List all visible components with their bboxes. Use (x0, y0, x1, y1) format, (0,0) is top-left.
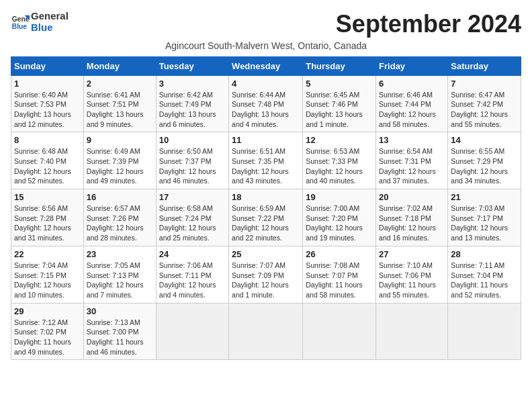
column-header-tuesday: Tuesday (156, 56, 228, 75)
column-header-wednesday: Wednesday (229, 56, 303, 75)
day-number: 22 (14, 249, 81, 259)
day-info: Sunrise: 6:55 AM Sunset: 7:29 PM Dayligh… (451, 146, 518, 186)
day-info: Sunrise: 6:59 AM Sunset: 7:22 PM Dayligh… (232, 203, 300, 243)
day-number: 27 (379, 249, 445, 259)
day-number: 2 (87, 79, 153, 89)
day-number: 19 (306, 192, 373, 202)
calendar-cell: 15 Sunrise: 6:56 AM Sunset: 7:28 PM Dayl… (11, 189, 84, 246)
day-info: Sunrise: 6:48 AM Sunset: 7:40 PM Dayligh… (14, 146, 81, 186)
calendar-cell: 2 Sunrise: 6:41 AM Sunset: 7:51 PM Dayli… (83, 75, 156, 132)
calendar-cell: 22 Sunrise: 7:04 AM Sunset: 7:15 PM Dayl… (11, 246, 84, 303)
calendar-cell: 17 Sunrise: 6:58 AM Sunset: 7:24 PM Dayl… (156, 189, 228, 246)
day-number: 9 (87, 135, 153, 145)
day-number: 26 (306, 249, 373, 259)
day-info: Sunrise: 6:50 AM Sunset: 7:37 PM Dayligh… (159, 146, 226, 186)
column-header-friday: Friday (376, 56, 448, 75)
day-info: Sunrise: 6:54 AM Sunset: 7:31 PM Dayligh… (379, 146, 445, 186)
logo: General Blue General Blue (11, 11, 69, 33)
day-number: 23 (87, 249, 153, 259)
logo-icon: General Blue (11, 13, 30, 32)
day-number: 13 (379, 135, 445, 145)
day-number: 24 (159, 249, 226, 259)
calendar-cell: 18 Sunrise: 6:59 AM Sunset: 7:22 PM Dayl… (229, 189, 303, 246)
day-info: Sunrise: 7:07 AM Sunset: 7:09 PM Dayligh… (232, 261, 300, 300)
day-info: Sunrise: 6:58 AM Sunset: 7:24 PM Dayligh… (159, 203, 226, 243)
calendar-cell: 25 Sunrise: 7:07 AM Sunset: 7:09 PM Dayl… (229, 246, 303, 303)
day-number: 21 (451, 192, 518, 202)
day-info: Sunrise: 6:51 AM Sunset: 7:35 PM Dayligh… (232, 146, 300, 186)
logo-text-blue: Blue (31, 22, 69, 34)
column-header-thursday: Thursday (303, 56, 376, 75)
calendar-cell: 21 Sunrise: 7:03 AM Sunset: 7:17 PM Dayl… (448, 189, 521, 246)
day-number: 11 (232, 135, 300, 145)
day-number: 17 (159, 192, 226, 202)
calendar-cell: 6 Sunrise: 6:46 AM Sunset: 7:44 PM Dayli… (376, 75, 448, 132)
calendar-cell: 24 Sunrise: 7:06 AM Sunset: 7:11 PM Dayl… (156, 246, 228, 303)
calendar-cell: 28 Sunrise: 7:11 AM Sunset: 7:04 PM Dayl… (448, 246, 521, 303)
day-info: Sunrise: 7:06 AM Sunset: 7:11 PM Dayligh… (159, 261, 226, 300)
day-info: Sunrise: 7:10 AM Sunset: 7:06 PM Dayligh… (379, 261, 445, 300)
day-number: 30 (87, 306, 153, 316)
day-number: 7 (451, 79, 518, 89)
column-header-monday: Monday (83, 56, 156, 75)
day-info: Sunrise: 7:05 AM Sunset: 7:13 PM Dayligh… (87, 261, 153, 300)
day-info: Sunrise: 6:42 AM Sunset: 7:49 PM Dayligh… (159, 90, 226, 130)
day-info: Sunrise: 6:57 AM Sunset: 7:26 PM Dayligh… (87, 203, 153, 243)
calendar-cell (376, 303, 448, 360)
location-title: Agincourt South-Malvern West, Ontario, C… (11, 40, 521, 51)
month-title: September 2024 (336, 11, 521, 38)
day-number: 28 (451, 249, 518, 259)
day-number: 14 (451, 135, 518, 145)
day-info: Sunrise: 7:13 AM Sunset: 7:00 PM Dayligh… (87, 318, 153, 357)
calendar-cell (303, 303, 376, 360)
calendar-cell: 5 Sunrise: 6:45 AM Sunset: 7:46 PM Dayli… (303, 75, 376, 132)
day-number: 29 (14, 306, 81, 316)
day-number: 18 (232, 192, 300, 202)
calendar-cell: 9 Sunrise: 6:49 AM Sunset: 7:39 PM Dayli… (83, 132, 156, 189)
calendar-cell: 26 Sunrise: 7:08 AM Sunset: 7:07 PM Dayl… (303, 246, 376, 303)
logo-text-general: General (31, 11, 69, 22)
column-header-sunday: Sunday (11, 56, 84, 75)
day-info: Sunrise: 6:46 AM Sunset: 7:44 PM Dayligh… (379, 90, 445, 130)
day-number: 16 (87, 192, 153, 202)
column-header-saturday: Saturday (448, 56, 521, 75)
day-info: Sunrise: 6:56 AM Sunset: 7:28 PM Dayligh… (14, 203, 81, 243)
calendar-cell (229, 303, 303, 360)
day-info: Sunrise: 6:40 AM Sunset: 7:53 PM Dayligh… (14, 90, 81, 130)
day-info: Sunrise: 6:41 AM Sunset: 7:51 PM Dayligh… (87, 90, 153, 130)
day-number: 10 (159, 135, 226, 145)
day-number: 20 (379, 192, 445, 202)
day-info: Sunrise: 7:11 AM Sunset: 7:04 PM Dayligh… (451, 261, 518, 300)
day-info: Sunrise: 7:00 AM Sunset: 7:20 PM Dayligh… (306, 203, 373, 243)
day-number: 6 (379, 79, 445, 89)
day-info: Sunrise: 6:47 AM Sunset: 7:42 PM Dayligh… (451, 90, 518, 130)
day-info: Sunrise: 7:04 AM Sunset: 7:15 PM Dayligh… (14, 261, 81, 300)
day-number: 8 (14, 135, 81, 145)
calendar-cell: 27 Sunrise: 7:10 AM Sunset: 7:06 PM Dayl… (376, 246, 448, 303)
day-info: Sunrise: 6:44 AM Sunset: 7:48 PM Dayligh… (232, 90, 300, 130)
calendar-cell: 3 Sunrise: 6:42 AM Sunset: 7:49 PM Dayli… (156, 75, 228, 132)
day-number: 25 (232, 249, 300, 259)
calendar-cell: 20 Sunrise: 7:02 AM Sunset: 7:18 PM Dayl… (376, 189, 448, 246)
day-info: Sunrise: 7:02 AM Sunset: 7:18 PM Dayligh… (379, 203, 445, 243)
calendar-cell: 12 Sunrise: 6:53 AM Sunset: 7:33 PM Dayl… (303, 132, 376, 189)
day-info: Sunrise: 7:08 AM Sunset: 7:07 PM Dayligh… (306, 261, 373, 300)
calendar-cell: 13 Sunrise: 6:54 AM Sunset: 7:31 PM Dayl… (376, 132, 448, 189)
day-info: Sunrise: 6:49 AM Sunset: 7:39 PM Dayligh… (87, 146, 153, 186)
day-number: 12 (306, 135, 373, 145)
calendar-cell: 7 Sunrise: 6:47 AM Sunset: 7:42 PM Dayli… (448, 75, 521, 132)
day-number: 3 (159, 79, 226, 89)
day-info: Sunrise: 7:12 AM Sunset: 7:02 PM Dayligh… (14, 318, 81, 357)
calendar-cell: 8 Sunrise: 6:48 AM Sunset: 7:40 PM Dayli… (11, 132, 84, 189)
calendar-cell: 10 Sunrise: 6:50 AM Sunset: 7:37 PM Dayl… (156, 132, 228, 189)
svg-text:Blue: Blue (12, 23, 28, 30)
day-info: Sunrise: 6:45 AM Sunset: 7:46 PM Dayligh… (306, 90, 373, 130)
day-info: Sunrise: 6:53 AM Sunset: 7:33 PM Dayligh… (306, 146, 373, 186)
calendar-cell: 16 Sunrise: 6:57 AM Sunset: 7:26 PM Dayl… (83, 189, 156, 246)
calendar-cell: 11 Sunrise: 6:51 AM Sunset: 7:35 PM Dayl… (229, 132, 303, 189)
day-number: 15 (14, 192, 81, 202)
day-number: 1 (14, 79, 81, 89)
calendar-cell: 14 Sunrise: 6:55 AM Sunset: 7:29 PM Dayl… (448, 132, 521, 189)
calendar-cell: 23 Sunrise: 7:05 AM Sunset: 7:13 PM Dayl… (83, 246, 156, 303)
calendar-cell (156, 303, 228, 360)
